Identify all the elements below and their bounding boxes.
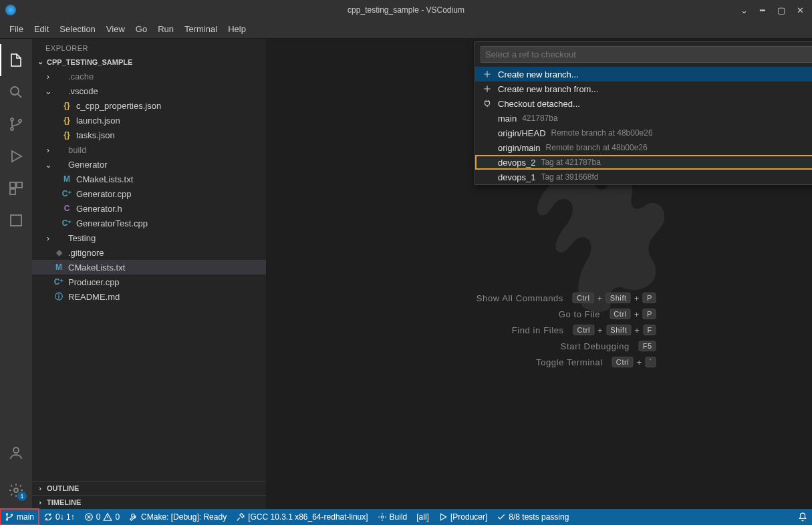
project-header[interactable]: ⌄ CPP_TESTING_SAMPLE (32, 55, 266, 69)
app-icon (5, 5, 16, 15)
key-ctrl: Ctrl (612, 357, 634, 367)
tree-item[interactable]: ›build (32, 142, 266, 157)
file-icon: {} (61, 116, 72, 125)
menu-run[interactable]: Run (152, 20, 179, 38)
menu-help[interactable]: Help (223, 20, 251, 38)
quickpick-primary: devops_2 (498, 158, 535, 168)
svg-point-10 (6, 514, 7, 515)
key-ctrl: Ctrl (573, 325, 595, 335)
tree-item[interactable]: MCMakeLists.txt (32, 172, 266, 186)
status-target[interactable]: [all] (412, 509, 434, 525)
svg-rect-4 (10, 182, 15, 188)
tree-item[interactable]: ›.cache (32, 69, 266, 83)
menu-terminal[interactable]: Terminal (179, 20, 223, 38)
activity-cmake[interactable] (0, 204, 32, 236)
status-tests[interactable]: 8/8 tests passing (492, 509, 573, 525)
branch-name: main (17, 512, 34, 522)
plus-separator: + (634, 293, 640, 303)
twistie-icon: ⌄ (43, 86, 53, 96)
warning-icon (103, 512, 112, 522)
svg-rect-5 (17, 182, 22, 188)
tree-item[interactable]: {}c_cpp_properties.json (32, 98, 266, 113)
activity-debug[interactable] (0, 140, 32, 172)
close-icon[interactable]: ✕ (793, 5, 807, 15)
activity-settings[interactable]: 1 (0, 474, 32, 506)
activity-account[interactable] (0, 437, 32, 469)
file-name: GeneratorTest.cpp (76, 218, 148, 228)
tree-item[interactable]: ◆.gitignore (32, 245, 266, 260)
tree-item[interactable]: C⁺Generator.cpp (32, 186, 266, 201)
status-build[interactable]: Build (373, 509, 412, 525)
welcome-row: Start DebuggingF5 (477, 341, 656, 351)
key-combo: Ctrl+Shift+F (573, 325, 656, 335)
key-combo: F5 (639, 341, 656, 351)
activity-search[interactable] (0, 76, 32, 108)
gear-icon (378, 512, 387, 522)
quickpick-secondary: 421787ba (522, 114, 557, 123)
maximize-icon[interactable]: ▢ (775, 5, 788, 15)
menu-selection[interactable]: Selection (54, 20, 100, 38)
svg-point-0 (11, 87, 19, 95)
tree-item[interactable]: {}tasks.json (32, 128, 266, 142)
status-bell[interactable] (793, 512, 812, 522)
status-sync[interactable]: 0↓ 1↑ (39, 509, 80, 525)
tree-item[interactable]: ⌄Generator (32, 157, 266, 172)
status-cmake[interactable]: CMake: [Debug]: Ready (124, 509, 231, 525)
tree-item[interactable]: C⁺GeneratorTest.cpp (32, 216, 266, 230)
win-overflow-icon[interactable]: ⌄ (737, 5, 751, 15)
plug-icon (482, 99, 493, 108)
file-name: Testing (68, 233, 96, 243)
build-text: Build (390, 512, 408, 522)
welcome-row: Find in FilesCtrl+Shift+F (477, 325, 656, 335)
status-branch[interactable]: main (0, 509, 39, 525)
twistie-icon: › (43, 71, 53, 81)
menu-go[interactable]: Go (130, 20, 152, 38)
quickpick-item[interactable]: devops_1Tag at 391668fd (475, 170, 812, 184)
minimize-icon[interactable]: ━ (756, 5, 769, 15)
menu-bar: FileEditSelectionViewGoRunTerminalHelp (0, 20, 812, 39)
file-name: c_cpp_properties.json (76, 101, 161, 111)
editor-area: Show All CommandsCtrl+Shift+PGo to FileC… (266, 39, 812, 509)
error-icon (84, 512, 94, 522)
svg-rect-7 (11, 215, 21, 226)
menu-edit[interactable]: Edit (29, 20, 54, 38)
menu-file[interactable]: File (4, 20, 29, 38)
quickpick-secondary: Remote branch at 48b00e26 (551, 128, 653, 138)
activity-scm[interactable] (0, 108, 32, 140)
plus-separator: + (597, 325, 603, 335)
key-combo: Ctrl+Shift+P (573, 293, 656, 303)
welcome-label: Find in Files (512, 325, 564, 335)
status-launch[interactable]: [Producer] (434, 509, 492, 525)
cmake-icon (8, 212, 24, 228)
status-kit[interactable]: [GCC 10.3.1 x86_64-redhat-linux] (231, 509, 372, 525)
quickpick-item[interactable]: origin/HEADRemote branch at 48b00e26 (475, 126, 812, 140)
tree-item[interactable]: C⁺Producer.cpp (32, 275, 266, 289)
status-problems[interactable]: 0 0 (80, 509, 124, 525)
welcome-row: Toggle TerminalCtrl+` (477, 357, 656, 367)
quickpick-item[interactable]: Checkout detached... (475, 96, 812, 111)
tree-item[interactable]: ›Testing (32, 230, 266, 245)
quickpick-item[interactable]: main421787ba (475, 111, 812, 126)
timeline-header[interactable]: › TIMELINE (32, 495, 266, 509)
tree-item[interactable]: MCMakeLists.txt (32, 260, 266, 275)
quickpick-item[interactable]: Create new branch from... (475, 81, 812, 96)
quickpick-input[interactable] (481, 46, 812, 63)
tree-item[interactable]: CGenerator.h (32, 201, 266, 216)
project-name: CPP_TESTING_SAMPLE (47, 58, 132, 66)
menu-view[interactable]: View (101, 20, 130, 38)
activity-extensions[interactable] (0, 172, 32, 204)
quickpick-item[interactable]: devops_2Tag at 421787ba (475, 155, 812, 170)
quickpick-item[interactable]: origin/mainRemote branch at 48b00e26 (475, 140, 812, 155)
twistie-icon: › (43, 145, 53, 155)
activity-explorer[interactable] (0, 44, 32, 76)
tree-item[interactable]: {}launch.json (32, 113, 266, 128)
tree-item[interactable]: ⓘREADME.md (32, 289, 266, 304)
key-p: P (643, 309, 656, 319)
plus-icon (482, 84, 493, 94)
outline-header[interactable]: › OUTLINE (32, 481, 266, 495)
tree-item[interactable]: ⌄.vscode (32, 83, 266, 98)
key-f5: F5 (639, 341, 656, 351)
kit-text: [GCC 10.3.1 x86_64-redhat-linux] (248, 512, 368, 522)
quickpick-item[interactable]: Create new branch... (475, 67, 812, 81)
chevron-right-icon: › (36, 498, 44, 506)
